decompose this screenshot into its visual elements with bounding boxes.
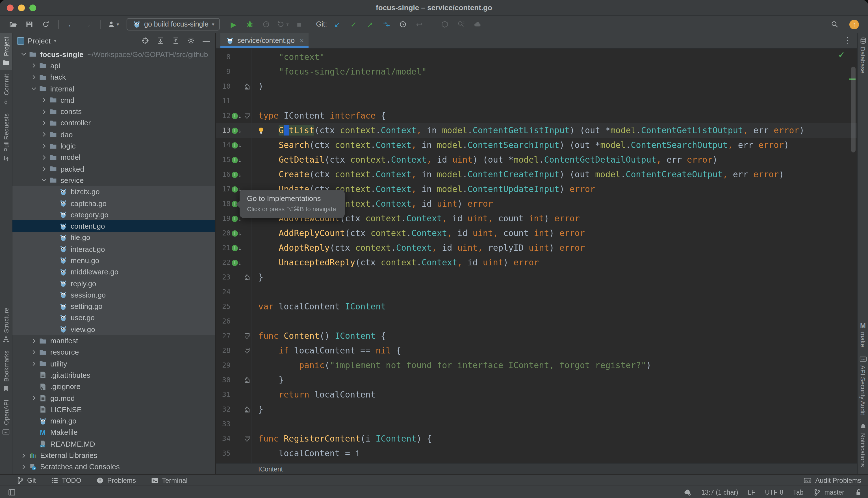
toolwindow-problems[interactable]: Problems [96,476,136,484]
tree-chevron-icon[interactable] [40,107,48,116]
gutter-marker[interactable]: I↓ [231,167,243,182]
tree-item-model[interactable]: model [12,152,215,163]
tree-item-makefile[interactable]: MMakefile [12,427,215,438]
editor-tab-content-go[interactable]: service/content.go × [220,33,309,48]
tree-item-external-libraries[interactable]: External Libraries [12,450,215,461]
toolwindow-terminal[interactable]: Terminal [151,476,188,484]
sidebar-item-bookmarks[interactable]: Bookmarks [0,347,12,396]
indent-style[interactable]: Tab [793,489,804,496]
tree-item-.gitattributes[interactable]: .gitattributes [12,369,215,381]
intention-bulb-icon[interactable] [257,126,265,134]
fold-end-icon[interactable] [244,377,250,383]
save-all-button[interactable] [23,18,36,30]
git-merge-button[interactable] [380,18,393,30]
implementations-icon[interactable]: I [232,260,238,266]
tree-item-file.go[interactable]: file.go [12,232,215,244]
close-window-button[interactable] [7,4,14,11]
tree-item-.gitignore[interactable]: .gitignore [12,381,215,392]
tree-item-content.go[interactable]: content.go [12,221,215,232]
gutter-marker[interactable]: I↓ [231,255,243,270]
code-line-9[interactable]: 9 "focus-single/internal/model" [216,64,857,79]
sidebar-item-make[interactable]: Mmake [858,318,868,351]
breadcrumb-item[interactable]: IContent [258,466,283,472]
tree-chevron-icon[interactable] [29,62,38,70]
code-line-15[interactable]: 15I↓ GetDetail(ctx context.Context, id u… [216,153,857,167]
tree-item-readme.md[interactable]: MDREADME.MD [12,438,215,450]
gutter-marker[interactable]: I↓ [231,123,243,138]
tree-item-resource[interactable]: resource [12,346,215,358]
search-everywhere-button[interactable] [828,18,841,30]
code-line-29[interactable]: 29 panic("implement not found for interf… [216,358,857,373]
code-line-25[interactable]: 25var localContent IContent [216,299,857,314]
tree-item-bizctx.go[interactable]: bizctx.go [12,186,215,198]
code-line-12[interactable]: 12I↓type IContent interface { [216,108,857,123]
sidebar-item-structure[interactable]: Structure [0,303,12,347]
tree-item-main.go[interactable]: main.go [12,415,215,427]
ide-update-badge[interactable]: ↑ [850,19,859,29]
git-commit-button[interactable]: ✓ [347,18,360,30]
tree-chevron-icon[interactable] [40,96,48,104]
code-line-26[interactable]: 26 [216,314,857,329]
tree-item-reply.go[interactable]: reply.go [12,278,215,289]
tree-chevron-icon[interactable] [29,337,38,345]
toolwindow-todo[interactable]: TODO [51,476,81,484]
tree-item-view.go[interactable]: view.go [12,324,215,335]
toolwindow-git[interactable]: Git [16,476,36,484]
implementations-icon[interactable]: I [232,186,238,192]
tree-item-packed[interactable]: packed [12,163,215,175]
tree-item-consts[interactable]: consts [12,106,215,117]
tree-item-scratches-and-consoles[interactable]: Scratches and Consoles [12,461,215,473]
forward-button[interactable]: → [81,18,94,30]
tree-item-user.go[interactable]: user.go [12,312,215,324]
code-line-21[interactable]: 21I↓ AdoptReply(ctx context.Context, id … [216,240,857,255]
code-line-22[interactable]: 22I↓ UnacceptedReply(ctx context.Context… [216,255,857,270]
caret-position[interactable]: 13:7 (1 char) [701,489,738,496]
tree-chevron-icon[interactable] [29,84,38,93]
gutter-marker[interactable]: I↓ [231,226,243,240]
target-button[interactable] [141,36,150,45]
code-line-32[interactable]: 32} [216,402,857,417]
tree-item-utility[interactable]: utility [12,358,215,369]
minimize-window-button[interactable] [18,4,25,11]
tree-item-menu.go[interactable]: menu.go [12,255,215,266]
find-usages-button[interactable] [455,18,467,30]
gutter-marker[interactable]: I↓ [231,138,243,153]
git-branch[interactable]: master [813,488,844,496]
implementations-icon[interactable]: I [232,215,238,222]
sidebar-item-database[interactable]: Database [858,33,868,77]
tree-chevron-icon[interactable] [40,119,48,127]
line-separator[interactable]: LF [748,489,755,496]
gutter-marker[interactable]: I↓ [231,108,243,123]
gutter-marker[interactable]: I↓ [231,153,243,167]
tree-item-logic[interactable]: logic [12,140,215,152]
implementations-icon[interactable]: I [232,142,238,148]
collapse-all-button[interactable] [171,36,180,45]
tree-item-go.mod[interactable]: go.mod [12,392,215,404]
run-with-profiler-button[interactable] [260,18,273,30]
code-line-33[interactable]: 33 [216,417,857,431]
fold-collapse-icon[interactable] [244,113,250,119]
user-profile-button[interactable]: ▾ [107,18,119,30]
debug-button[interactable] [244,18,256,30]
zoom-window-button[interactable] [29,4,36,11]
fold-collapse-icon[interactable] [244,348,250,354]
tree-item-dao[interactable]: dao [12,129,215,140]
inspection-ok-icon[interactable]: ✓ [838,50,845,59]
implementations-icon[interactable]: I [232,113,238,119]
chevron-down-icon[interactable]: ▾ [54,38,56,43]
code-line-23[interactable]: 23} [216,270,857,285]
sidebar-item-notifications[interactable]: Notifications [858,419,868,471]
expand-all-button[interactable] [156,36,165,45]
lock-status[interactable] [854,488,862,496]
tree-chevron-icon[interactable] [19,463,28,471]
code-line-8[interactable]: 8 "context" [216,50,857,64]
implementations-icon[interactable]: I [232,157,238,163]
implementations-icon[interactable]: I [232,171,238,178]
fold-end-icon[interactable] [244,274,250,280]
tree-chevron-icon[interactable] [29,394,38,402]
tree-item-middleware.go[interactable]: middleware.go [12,266,215,278]
code-line-11[interactable]: 11 [216,94,857,108]
editor-scrollbar[interactable] [851,67,856,153]
tree-item-hack[interactable]: hack [12,71,215,83]
fold-end-icon[interactable] [244,83,250,90]
